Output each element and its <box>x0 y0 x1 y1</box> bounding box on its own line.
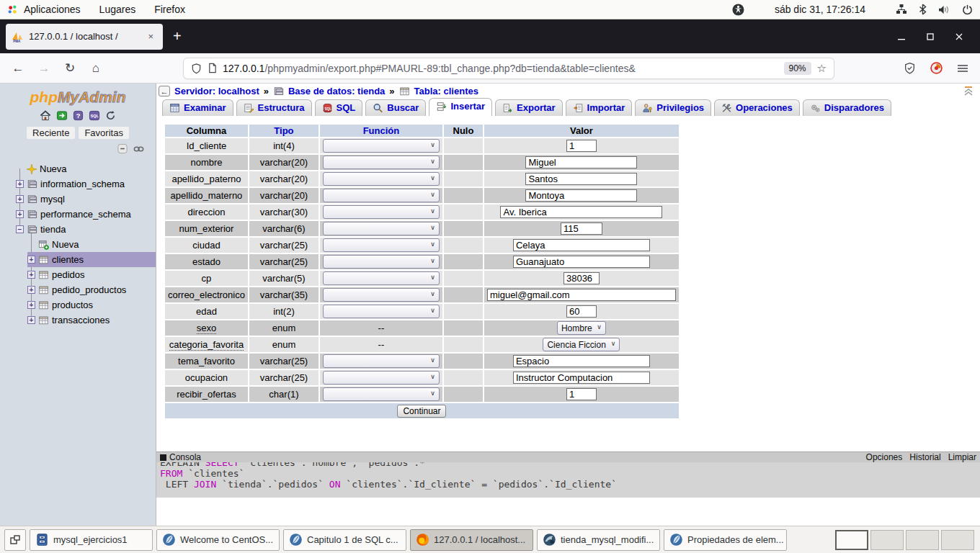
value-cell[interactable] <box>484 387 679 402</box>
expander-icon[interactable]: − <box>16 225 24 233</box>
function-select-edad[interactable] <box>323 305 440 318</box>
window-list-button[interactable] <box>4 529 26 551</box>
console-body[interactable]: EXPLAIN SELECT `clientes`.`nombre`, `ped… <box>156 462 980 498</box>
tab-importar[interactable]: Importar <box>566 99 633 116</box>
new-tab-button[interactable]: + <box>173 28 182 45</box>
home-icon[interactable] <box>40 110 51 121</box>
panel-tab-favoritas[interactable]: Favoritas <box>79 127 128 139</box>
scroll-top-icon[interactable] <box>963 86 974 96</box>
function-select-apellido_paterno[interactable] <box>323 172 440 186</box>
value-input-Id_cliente[interactable] <box>566 140 597 152</box>
minimize-icon[interactable] <box>896 32 906 42</box>
task-button[interactable]: Welcome to CentOS... <box>156 529 280 551</box>
expander-icon[interactable]: + <box>27 256 35 264</box>
clock[interactable]: sáb dic 31, 17:26:14 <box>775 4 865 15</box>
collapse-nav-button[interactable]: ← <box>159 86 170 96</box>
tab-privilegios[interactable]: Privilegios <box>635 99 711 116</box>
value-input-recibir_ofertas[interactable] <box>566 388 597 400</box>
reload-button[interactable]: ↻ <box>59 58 81 79</box>
column-header-función[interactable]: Función <box>320 125 442 137</box>
tree-item-label[interactable]: clientes <box>52 254 84 265</box>
value-input-apellido_materno[interactable] <box>525 189 637 202</box>
tab-estructura[interactable]: Estructura <box>236 99 312 116</box>
task-button[interactable]: Capitulo 1 de SQL c... <box>283 529 406 551</box>
function-select-direccion[interactable] <box>323 205 440 219</box>
breadcrumb-link[interactable]: Servidor: localhost <box>174 86 259 96</box>
close-icon[interactable] <box>954 32 964 42</box>
value-cell[interactable] <box>484 370 679 385</box>
value-cell[interactable] <box>484 204 679 220</box>
function-cell[interactable] <box>320 387 442 402</box>
expander-icon[interactable]: + <box>27 286 35 294</box>
continue-button[interactable]: Continuar <box>397 405 446 418</box>
tab-disparadores[interactable]: Disparadores <box>803 99 891 116</box>
task-button[interactable]: tienda_mysql_modifi... <box>537 529 660 551</box>
function-cell[interactable] <box>320 204 442 220</box>
function-select-ciudad[interactable] <box>323 238 440 252</box>
value-cell[interactable] <box>484 304 679 319</box>
function-select-ocupacion[interactable] <box>323 371 440 385</box>
topbar-menu-firefox[interactable]: Firefox <box>154 4 185 15</box>
task-button[interactable]: 127.0.0.1 / localhost... <box>410 529 533 551</box>
bluetooth-icon[interactable] <box>919 4 927 15</box>
console-action-historial[interactable]: Historial <box>909 452 940 462</box>
value-cell[interactable] <box>484 287 679 302</box>
hamburger-menu-icon[interactable] <box>957 63 968 73</box>
tab-close-icon[interactable]: × <box>144 30 157 43</box>
value-cell[interactable] <box>484 354 679 369</box>
column-header-tipo[interactable]: Tipo <box>249 125 318 137</box>
tree-item-label[interactable]: Nueva <box>52 239 79 250</box>
value-cell[interactable] <box>484 138 679 153</box>
task-button[interactable]: Propiedades de elem... <box>664 529 787 551</box>
tree-item-mysql[interactable]: +mysql <box>0 192 156 207</box>
breadcrumb-link[interactable]: Base de datos: tienda <box>288 86 385 96</box>
tree-item-nueva[interactable]: Nueva <box>0 237 156 252</box>
panel-tab-reciente[interactable]: Reciente <box>27 127 75 139</box>
value-input-edad[interactable] <box>566 305 597 318</box>
value-select-sexo[interactable]: Hombre <box>557 321 606 335</box>
logout-icon[interactable] <box>56 110 68 121</box>
value-input-cp[interactable] <box>564 272 600 284</box>
maximize-icon[interactable] <box>925 32 935 42</box>
bookmark-star-icon[interactable]: ☆ <box>817 62 827 75</box>
function-cell[interactable] <box>320 238 442 253</box>
network-icon[interactable] <box>896 4 907 15</box>
function-cell[interactable] <box>320 304 442 319</box>
value-cell[interactable] <box>484 238 679 253</box>
tree-item-label[interactable]: Nueva <box>40 163 67 174</box>
browser-tab[interactable]: PMA 127.0.0.1 / localhost / × <box>6 24 163 50</box>
tree-item-label[interactable]: pedido_productos <box>52 284 126 295</box>
function-cell[interactable] <box>320 370 442 385</box>
tree-item-label[interactable]: information_schema <box>40 179 125 189</box>
tree-item-information_schema[interactable]: +information_schema <box>0 176 156 192</box>
value-cell[interactable] <box>484 171 679 186</box>
function-cell[interactable] <box>320 287 442 302</box>
value-cell[interactable] <box>484 188 679 203</box>
value-input-ciudad[interactable] <box>513 239 650 251</box>
value-cell[interactable]: Hombre <box>484 320 679 336</box>
value-cell[interactable] <box>484 271 679 286</box>
breadcrumb-link[interactable]: Tabla: clientes <box>414 86 478 96</box>
function-cell[interactable] <box>320 221 442 236</box>
workspace-1[interactable] <box>835 530 868 550</box>
topbar-menu-aplicaciones[interactable]: Aplicaciones <box>24 4 81 15</box>
url-text[interactable]: 127.0.0.1/phpmyadmin/export.php#PMAURL-8… <box>223 63 778 74</box>
function-cell[interactable] <box>320 254 442 269</box>
tree-item-productos[interactable]: +productos <box>0 297 156 313</box>
volume-icon[interactable] <box>938 4 950 15</box>
expander-icon[interactable]: + <box>27 271 35 279</box>
value-input-estado[interactable] <box>513 256 650 268</box>
value-cell[interactable] <box>484 155 679 170</box>
expander-icon[interactable]: + <box>16 195 24 203</box>
value-input-nombre[interactable] <box>525 156 637 168</box>
tree-item-label[interactable]: tienda <box>40 224 66 235</box>
accessibility-icon[interactable] <box>732 4 744 16</box>
tree-item-transacciones[interactable]: +transacciones <box>0 313 156 328</box>
workspace-4[interactable] <box>941 530 974 550</box>
tab-operaciones[interactable]: Operaciones <box>714 99 800 116</box>
value-input-tema_favorito[interactable] <box>513 355 650 367</box>
function-select-estado[interactable] <box>323 255 440 269</box>
tree-item-label[interactable]: productos <box>52 300 93 310</box>
pma-logo[interactable]: phpMyAdmin <box>0 84 156 106</box>
shield-check-icon[interactable] <box>904 62 916 74</box>
